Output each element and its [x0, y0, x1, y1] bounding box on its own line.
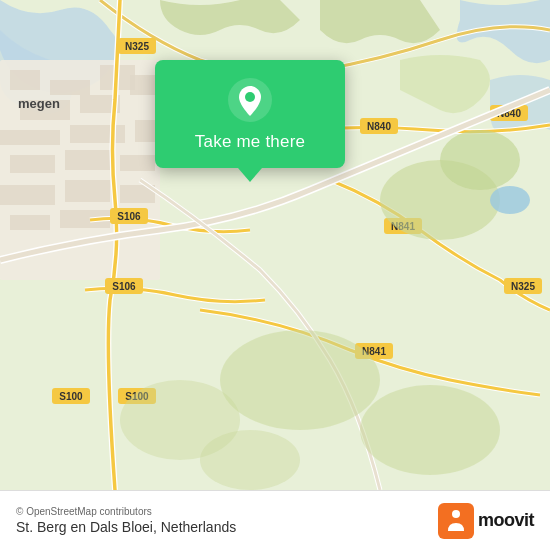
svg-point-45 — [200, 430, 300, 490]
svg-text:N325: N325 — [511, 281, 535, 292]
svg-rect-14 — [0, 185, 55, 205]
location-info: © OpenStreetMap contributors St. Berg en… — [16, 506, 236, 535]
svg-text:megen: megen — [18, 96, 60, 111]
take-me-there-button[interactable]: Take me there — [195, 132, 305, 152]
moovit-text: moovit — [478, 510, 534, 531]
bottom-bar: © OpenStreetMap contributors St. Berg en… — [0, 490, 550, 550]
svg-text:N325: N325 — [125, 41, 149, 52]
svg-point-42 — [220, 330, 380, 430]
svg-rect-15 — [65, 180, 110, 202]
svg-text:N840: N840 — [367, 121, 391, 132]
svg-rect-49 — [438, 503, 474, 539]
moovit-logo: moovit — [438, 503, 534, 539]
svg-text:S106: S106 — [117, 211, 141, 222]
svg-point-40 — [440, 130, 520, 190]
location-pin-icon — [228, 78, 272, 122]
svg-rect-8 — [0, 130, 60, 145]
svg-text:S106: S106 — [112, 281, 136, 292]
svg-point-43 — [360, 385, 500, 475]
moovit-icon — [438, 503, 474, 539]
navigation-popup[interactable]: Take me there — [155, 60, 345, 168]
osm-credit: © OpenStreetMap contributors — [16, 506, 236, 517]
location-label: St. Berg en Dals Bloei, Netherlands — [16, 519, 236, 535]
map-view: N325 N840 N840 N841 N841 N325 S106 — [0, 0, 550, 490]
svg-rect-11 — [10, 155, 55, 173]
svg-point-41 — [490, 186, 530, 214]
svg-rect-9 — [70, 125, 125, 143]
svg-rect-7 — [130, 75, 155, 95]
svg-rect-3 — [50, 80, 90, 95]
svg-rect-13 — [120, 155, 155, 171]
svg-rect-17 — [10, 215, 50, 230]
svg-rect-2 — [10, 70, 40, 90]
svg-rect-12 — [65, 150, 115, 170]
svg-rect-10 — [135, 120, 155, 142]
svg-text:S100: S100 — [59, 391, 83, 402]
svg-point-50 — [452, 510, 460, 518]
svg-point-48 — [245, 92, 255, 102]
